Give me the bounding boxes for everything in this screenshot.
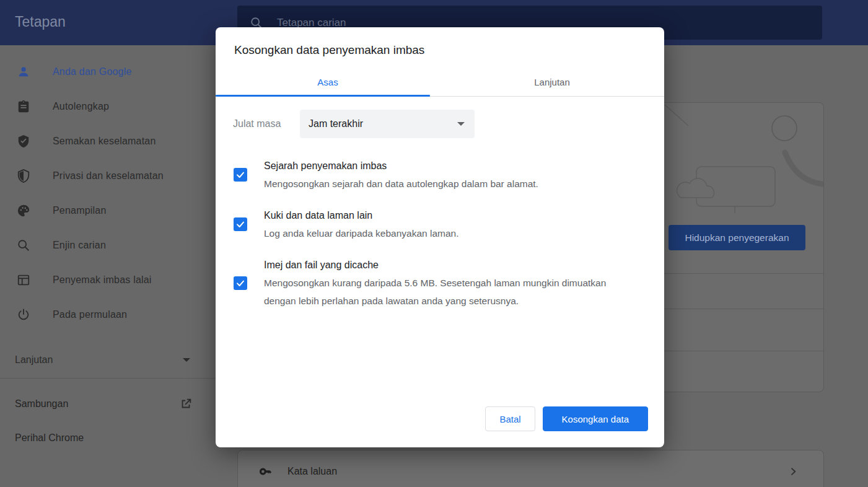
chevron-right-icon (787, 465, 799, 478)
palette-icon (17, 204, 30, 217)
power-icon (17, 308, 30, 322)
check-icon (235, 170, 245, 180)
chevron-down-icon (457, 122, 465, 126)
sidebar-item-appearance[interactable]: Penampilan (0, 193, 216, 228)
browser-icon (17, 273, 30, 287)
search-icon (17, 239, 30, 252)
cancel-button[interactable]: Batal (485, 406, 535, 431)
time-range-row: Julat masa Jam terakhir (233, 110, 647, 138)
time-range-label: Julat masa (233, 118, 300, 129)
checkbox-title: Imej dan fail yang dicache (264, 256, 611, 274)
sidebar-item-on-startup[interactable]: Pada permulaan (0, 297, 216, 332)
privacy-shield-icon (17, 169, 30, 183)
sidebar-item-about-chrome[interactable]: Perihal Chrome (0, 421, 216, 455)
clear-data-button[interactable]: Kosongkan data (543, 406, 648, 431)
checkbox-row-cookies: Kuki dan data laman lain Log anda keluar… (233, 206, 647, 242)
autofill-card: Kata laluan (237, 450, 824, 487)
tab-advanced[interactable]: Lanjutan (440, 68, 664, 97)
page-title: Tetapan (15, 14, 66, 30)
dialog-title: Kosongkan data penyemakan imbas (234, 43, 664, 57)
active-tab-indicator (216, 95, 430, 97)
sidebar-item-search-engine[interactable]: Enjin carian (0, 228, 216, 263)
checkbox-description: Log anda keluar daripada kebanyakan lama… (264, 224, 459, 242)
sidebar-item-safety-check[interactable]: Semakan keselamatan (0, 124, 216, 159)
time-range-select[interactable]: Jam terakhir (300, 110, 475, 138)
check-icon (235, 219, 245, 229)
check-icon (235, 278, 245, 288)
checkbox-description: Mengosongkan sejarah dan data autolengka… (264, 175, 538, 193)
checkbox-title: Sejarah penyemakan imbas (264, 157, 538, 175)
key-icon (259, 465, 273, 478)
sidebar-advanced-toggle[interactable]: Lanjutan (0, 343, 216, 377)
dialog-body: Julat masa Jam terakhir Sejarah penyemak… (216, 110, 664, 310)
safety-check-icon (17, 134, 30, 148)
sidebar-item-autofill[interactable]: Autolengkap (0, 89, 216, 124)
clear-browsing-data-dialog: Kosongkan data penyemakan imbas Asas Lan… (216, 27, 664, 447)
autofill-icon (17, 100, 30, 113)
checkbox-title: Kuki dan data laman lain (264, 206, 459, 224)
sidebar-item-extensions[interactable]: Sambungan (0, 387, 216, 421)
person-icon (17, 65, 30, 79)
browsing-history-checkbox[interactable] (234, 168, 247, 182)
sidebar: Anda dan Google Autolengkap Semakan kese… (0, 45, 216, 487)
sidebar-item-you-and-google[interactable]: Anda dan Google (0, 55, 216, 89)
checkbox-description: Mengosongkan kurang daripada 5.6 MB. Ses… (264, 274, 611, 310)
sidebar-item-privacy-security[interactable]: Privasi dan keselamatan (0, 159, 216, 193)
checkbox-row-history: Sejarah penyemakan imbas Mengosongkan se… (233, 157, 647, 193)
open-in-new-icon (179, 397, 193, 411)
passwords-row[interactable]: Kata laluan (238, 450, 823, 487)
tab-basic[interactable]: Asas (216, 68, 440, 97)
dialog-tabs: Asas Lanjutan (216, 68, 664, 97)
sidebar-item-default-browser[interactable]: Penyemak imbas lalai (0, 263, 216, 297)
cached-files-checkbox[interactable] (234, 276, 247, 290)
time-range-value: Jam terakhir (309, 118, 363, 129)
cookies-checkbox[interactable] (234, 217, 247, 231)
turn-on-sync-button[interactable]: Hidupkan penyegerakan (669, 225, 805, 250)
passwords-row-label: Kata laluan (287, 466, 337, 477)
sync-illustration (638, 103, 823, 276)
chevron-down-icon (183, 358, 190, 362)
dialog-actions: Batal Kosongkan data (485, 406, 648, 431)
checkbox-row-cache: Imej dan fail yang dicache Mengosongkan … (233, 256, 647, 310)
sidebar-divider (0, 378, 216, 379)
